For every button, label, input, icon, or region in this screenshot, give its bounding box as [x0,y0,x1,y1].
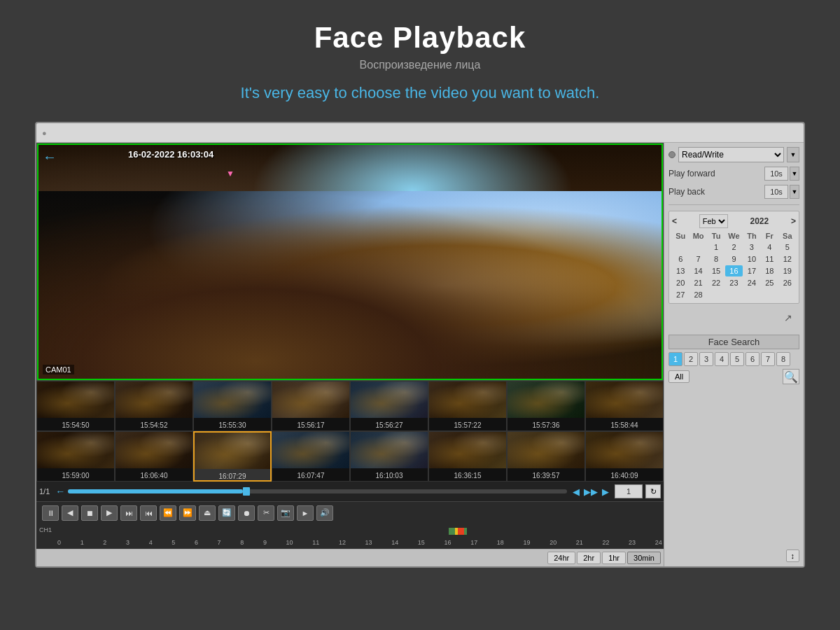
face-page-8[interactable]: 8 [776,352,790,366]
cal-day-21[interactable]: 21 [690,277,706,288]
window-top-bar: ● [36,123,804,143]
cal-day-14[interactable]: 14 [690,265,706,276]
marker-left[interactable]: ◀ [573,486,580,497]
cal-day-12[interactable]: 12 [779,253,796,265]
cal-day-1[interactable]: 1 [708,241,724,253]
face-page-6[interactable]: 6 [746,352,760,366]
face-page-2[interactable]: 2 [684,352,698,366]
cal-day-2[interactable]: 2 [725,241,742,253]
cal-day-20[interactable]: 20 [672,277,689,288]
tagline: It's very easy to choose the video you w… [241,84,600,102]
cal-day-empty-6 [761,289,778,300]
cal-day-15[interactable]: 15 [708,265,724,276]
cal-day-18[interactable]: 18 [761,265,778,276]
step-back-button[interactable]: ◀ [62,505,78,521]
thumb-0-6[interactable]: 15:57:22 [428,381,507,431]
thumb-0-2[interactable]: 15:54:52 [115,381,193,431]
pause-button[interactable]: ⏸ [42,505,59,521]
ruler-19: 19 [523,539,530,546]
cal-day-26[interactable]: 26 [779,277,796,288]
thumb-time-0-8: 15:58:44 [586,418,663,431]
rewind-button[interactable]: ⏪ [160,505,176,521]
cal-day-27[interactable]: 27 [672,289,689,300]
rw-select[interactable]: Read/Write [678,147,784,162]
play-forward-arrow[interactable]: ▼ [790,167,799,181]
cal-day-22[interactable]: 22 [708,277,724,288]
cal-day-13[interactable]: 13 [672,265,689,276]
timeline-area[interactable]: 1/1 ← ◀ ▶▶ ▶ 1 ↻ [36,482,664,501]
main-title: Face Playback [241,21,600,55]
cal-day-28[interactable]: 28 [690,289,706,300]
cal-day-4[interactable]: 4 [761,241,778,253]
play-button[interactable]: ▶ [101,505,118,521]
eject-button[interactable]: ⏏ [199,505,216,521]
audio-button[interactable]: ► [297,505,314,521]
zoom-24hr[interactable]: 24hr [547,552,575,564]
cal-day-8[interactable]: 8 [708,253,724,265]
thumb-1-8[interactable]: 16:40:09 [585,431,664,482]
face-filter-row: All 🔍 [668,369,799,384]
thumb-1-6[interactable]: 16:36:15 [428,431,507,482]
cal-day-9[interactable]: 9 [725,253,742,265]
thumb-0-8[interactable]: 15:58:44 [585,381,664,431]
cal-day-10[interactable]: 10 [743,253,760,265]
thumb-1-4[interactable]: 16:07:47 [272,431,350,482]
fast-forward-button[interactable]: ⏭ [120,505,137,521]
cal-day-25[interactable]: 25 [761,277,778,288]
fast-fwd-button[interactable]: ⏩ [179,505,196,521]
face-all-button[interactable]: All [668,370,690,383]
export-button[interactable]: ↕ [786,550,800,562]
cut-button[interactable]: ✂ [258,505,274,521]
rw-arrow[interactable]: ▼ [787,147,799,162]
loop-button[interactable]: 🔄 [218,505,235,521]
snapshot-button[interactable]: 📷 [277,505,294,521]
zoom-30min[interactable]: 30min [627,552,661,564]
marker-right[interactable]: ▶ [602,486,609,497]
face-page-5[interactable]: 5 [730,352,744,366]
refresh-button[interactable]: ↻ [645,484,661,498]
thumb-0-5[interactable]: 15:56:27 [350,381,428,431]
bottom-zoom-row: 24hr 2hr 1hr 30min [36,549,664,566]
cal-next-button[interactable]: > [791,216,796,226]
face-page-4[interactable]: 4 [715,352,729,366]
cal-day-16[interactable]: 16 [725,265,742,276]
thumb-1-1[interactable]: 15:59:00 [36,431,115,482]
cal-day-6[interactable]: 6 [672,253,689,265]
video-back-button[interactable]: ← [43,149,57,165]
cal-day-24[interactable]: 24 [743,277,760,288]
cal-day-5[interactable]: 5 [779,241,796,253]
timeline-left-arrow[interactable]: ← [55,486,65,497]
stop-button[interactable]: ⏹ [81,505,98,521]
face-page-3[interactable]: 3 [699,352,713,366]
cal-day-19[interactable]: 19 [779,265,796,276]
thumb-0-1[interactable]: 15:54:50 [36,381,115,431]
face-page-7[interactable]: 7 [761,352,775,366]
cal-day-3[interactable]: 3 [743,241,760,253]
cal-day-17[interactable]: 17 [743,265,760,276]
cal-day-7[interactable]: 7 [690,253,706,265]
zoom-1hr[interactable]: 1hr [602,552,626,564]
thumb-1-3[interactable]: 16:07:29 [193,431,272,482]
video-player[interactable]: ← 16-02-2022 16:03:04 ▼ CAM01 [36,143,664,381]
zoom-2hr[interactable]: 2hr [577,552,601,564]
thumb-1-7[interactable]: 16:39:57 [507,431,585,482]
thumb-1-5[interactable]: 16:10:03 [350,431,428,482]
face-page-1[interactable]: 1 [668,352,682,366]
frame-input[interactable]: 1 [615,484,643,498]
cal-month-select[interactable]: Feb Jan Mar [699,214,728,228]
volume-button[interactable]: 🔊 [316,505,333,521]
record-button[interactable]: ⏺ [238,505,255,521]
thumb-0-7[interactable]: 15:57:36 [507,381,585,431]
thumb-1-2[interactable]: 16:06:40 [115,431,193,482]
cal-day-11[interactable]: 11 [761,253,778,265]
ruler-6: 6 [195,539,198,546]
thumb-0-4[interactable]: 15:56:17 [272,381,350,431]
timeline-bar[interactable] [68,489,567,493]
skip-to-start-button[interactable]: ⏮ [140,505,157,521]
play-back-arrow[interactable]: ▼ [790,185,799,199]
cal-day-23[interactable]: 23 [725,277,742,288]
marker-play[interactable]: ▶▶ [584,486,598,497]
thumb-0-3[interactable]: 15:55:30 [193,381,272,431]
cal-prev-button[interactable]: < [672,216,677,226]
face-search-button[interactable]: 🔍 [783,369,799,384]
